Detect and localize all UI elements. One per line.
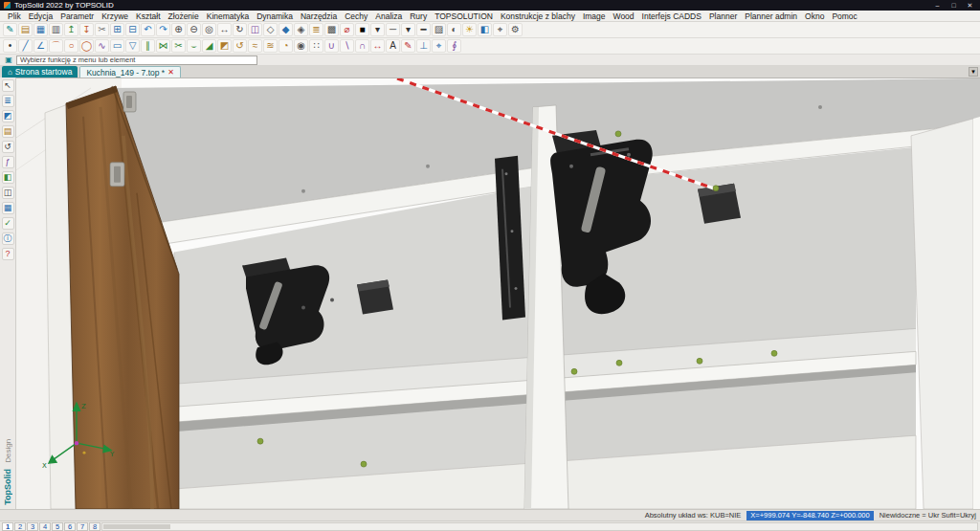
menu-item[interactable]: Planner	[705, 11, 741, 21]
hidden-lines-icon[interactable]: ◈	[294, 23, 308, 36]
pattern-icon[interactable]: ∷	[309, 39, 323, 53]
spline-icon[interactable]: ∿	[95, 39, 109, 53]
menu-item[interactable]: Rury	[406, 11, 431, 21]
sheet-tab[interactable]: 8	[89, 522, 100, 531]
menu-item[interactable]: Wood	[610, 11, 638, 21]
menu-item[interactable]: TOPSOLUTION	[431, 11, 497, 21]
sheet-tab[interactable]: 3	[27, 522, 38, 531]
export-icon[interactable]: ↥	[64, 23, 78, 36]
sweep-icon[interactable]: ≈	[248, 39, 262, 53]
bom-icon[interactable]: ▦	[2, 202, 14, 214]
menu-item[interactable]: Dynamika	[253, 11, 297, 21]
circle-icon[interactable]: ○	[64, 39, 78, 53]
mirror-icon[interactable]: ⋈	[156, 39, 170, 53]
sheet-tab[interactable]: 2	[14, 522, 26, 531]
zoom-out-icon[interactable]: ⊖	[187, 23, 201, 36]
import-icon[interactable]: ↧	[79, 23, 94, 36]
mounting-bracket-right[interactable]	[698, 184, 741, 224]
redo-icon[interactable]: ↷	[156, 23, 170, 36]
settings-icon[interactable]: ⚙	[508, 23, 523, 36]
cut-icon[interactable]: ✂	[95, 23, 109, 36]
menu-item[interactable]: Analiza	[371, 11, 406, 21]
snap-icon[interactable]: ⌖	[432, 39, 446, 53]
sheet-tab[interactable]: 5	[52, 522, 63, 531]
menu-item[interactable]: Parametr	[56, 11, 98, 21]
menu-item[interactable]: Cechy	[341, 11, 371, 21]
zoom-in-icon[interactable]: ⊕	[171, 23, 186, 36]
check-icon[interactable]: ✓	[2, 217, 14, 230]
menu-item[interactable]: Okno	[801, 11, 828, 21]
boolean-subtract-icon[interactable]: ∖	[340, 39, 354, 53]
menu-item[interactable]: Złożenie	[165, 11, 203, 21]
annotation-icon[interactable]: ✎	[401, 39, 415, 53]
tab-kuchnia-document[interactable]: Kuchnia_149 - 7.top * ✕	[79, 66, 180, 77]
select-icon[interactable]: ↖	[2, 79, 14, 92]
constraint-icon[interactable]: ⊥	[416, 39, 431, 53]
menu-item[interactable]: Pomoc	[828, 11, 860, 21]
measure-icon[interactable]: ⌀	[340, 23, 354, 36]
menu-item[interactable]: Krzywe	[98, 11, 132, 21]
open-icon[interactable]: ▤	[18, 23, 33, 36]
line-weight-icon[interactable]: ━	[416, 23, 431, 36]
undo-icon[interactable]: ↶	[141, 23, 155, 36]
polygon-icon[interactable]: ▽	[125, 39, 140, 53]
menu-item[interactable]: Planner admin	[741, 11, 801, 21]
wireframe-icon[interactable]: ◇	[263, 23, 278, 36]
boolean-intersect-icon[interactable]: ∩	[355, 39, 369, 53]
parameters-icon[interactable]: ƒ	[2, 156, 14, 168]
section-icon[interactable]: ◧	[478, 23, 492, 36]
info-icon[interactable]: ⓘ	[2, 232, 14, 245]
menu-item[interactable]: Kinematyka	[203, 11, 253, 21]
sheet-tab[interactable]: 1	[2, 522, 13, 531]
shaded-icon[interactable]: ◆	[278, 23, 293, 36]
sheet-tab[interactable]: 6	[64, 522, 76, 531]
view-cube-icon[interactable]: ◫	[248, 23, 262, 36]
light-icon[interactable]: ☀	[462, 23, 477, 36]
shell-icon[interactable]: ◔	[278, 39, 293, 53]
ellipse-icon[interactable]: ◯	[79, 39, 94, 53]
text-icon[interactable]: A	[386, 39, 400, 53]
color-swatch-icon[interactable]: ■	[355, 23, 369, 36]
3d-viewport[interactable]: Z X Y	[16, 77, 980, 509]
close-tab-icon[interactable]: ✕	[167, 68, 174, 77]
point-icon[interactable]: •	[3, 39, 17, 53]
right-side-panel[interactable]	[911, 117, 980, 509]
close-button[interactable]: ✕	[964, 2, 976, 10]
dimension-icon[interactable]: ↔	[370, 39, 385, 53]
minimize-button[interactable]: –	[931, 2, 944, 9]
layers-panel-icon[interactable]: ▤	[2, 125, 14, 138]
menu-item[interactable]: Plik	[4, 11, 25, 21]
layers-icon[interactable]: ≣	[309, 23, 323, 36]
helix-icon[interactable]: ∮	[447, 39, 461, 53]
hinge-top[interactable]	[123, 92, 136, 112]
arc-icon[interactable]: ⌒	[49, 39, 63, 53]
sheet-tab[interactable]: 4	[39, 522, 51, 531]
camera-icon[interactable]: ⌖	[493, 23, 507, 36]
print-icon[interactable]: ▥	[49, 23, 63, 36]
menu-item[interactable]: Interfejs CADDS	[638, 11, 705, 21]
copy-icon[interactable]: ⊞	[110, 23, 124, 36]
save-icon[interactable]: ▦	[33, 23, 48, 36]
scrollbar-thumb[interactable]	[103, 524, 170, 529]
hinge-bottom[interactable]	[110, 163, 124, 187]
menu-item[interactable]: Edycja	[25, 11, 57, 21]
menu-item[interactable]: Narzędzia	[297, 11, 341, 21]
tab-overflow-button[interactable]: ▾	[969, 67, 978, 77]
offset-icon[interactable]: ∥	[141, 39, 155, 53]
revolve-icon[interactable]: ↺	[233, 39, 247, 53]
boolean-union-icon[interactable]: ∪	[324, 39, 339, 53]
menu-item[interactable]: Kształt	[132, 11, 165, 21]
help-icon[interactable]: ?	[2, 248, 14, 260]
line-style-dropdown-icon[interactable]: ▾	[401, 23, 415, 36]
sheet-tab[interactable]: 7	[77, 522, 88, 531]
materials-icon[interactable]: ◧	[2, 171, 14, 184]
horizontal-scrollbar[interactable]	[101, 522, 978, 531]
line-icon[interactable]: ╱	[18, 39, 33, 53]
tree-icon[interactable]: ≣	[2, 95, 14, 107]
views-icon[interactable]: ◫	[2, 187, 14, 199]
pencil-icon[interactable]: ✎	[3, 23, 17, 36]
menu-item[interactable]: Image	[579, 11, 610, 21]
chamfer-icon[interactable]: ◢	[202, 39, 216, 53]
mounting-bracket-left[interactable]	[357, 280, 393, 315]
entities-icon[interactable]: ◩	[2, 110, 14, 122]
